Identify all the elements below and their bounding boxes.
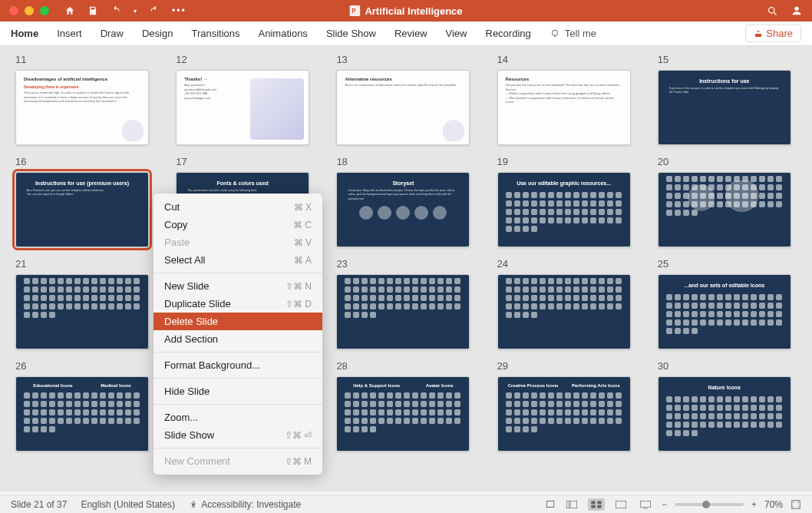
tell-me-label: Tell me (565, 28, 596, 39)
reading-view-button[interactable] (612, 498, 629, 511)
slide-cell-28[interactable]: 28Help & Support IconsAvatar Icons (336, 360, 475, 452)
menu-item-new-slide[interactable]: New Slide⇧⌘ N (153, 277, 322, 295)
menu-shortcut: ⇧⌘ ⏎ (285, 430, 312, 441)
slide-thumbnail-24[interactable] (497, 274, 631, 349)
undo-icon[interactable] (111, 5, 121, 16)
slide-thumbnail-28[interactable]: Help & Support IconsAvatar Icons (336, 376, 470, 452)
tab-design[interactable]: Design (142, 25, 173, 42)
menu-item-copy[interactable]: Copy⌘ C (153, 216, 322, 233)
menu-item-cut[interactable]: Cut⌘ X (153, 198, 322, 216)
language-indicator[interactable]: English (United States) (81, 499, 175, 510)
slide-sorter[interactable]: 11Disadvantages of artificial intelligen… (0, 46, 812, 491)
slide-number: 28 (336, 360, 475, 372)
slide-thumbnail-11[interactable]: Disadvantages of artificial intelligence… (15, 70, 149, 145)
slide-cell-26[interactable]: 26Educational IconsMedical Icons (15, 360, 154, 452)
menu-item-label: Copy (164, 219, 187, 230)
tab-recording[interactable]: Recording (486, 25, 531, 42)
zoom-in-button[interactable]: + (751, 499, 757, 510)
slide-thumbnail-30[interactable]: Nature Icons (658, 376, 791, 452)
minimize-window-button[interactable] (25, 6, 34, 15)
slide-cell-14[interactable]: 14ResourcesDid you like the resources on… (497, 54, 636, 145)
maximize-window-button[interactable] (40, 6, 49, 15)
menu-separator (153, 404, 322, 405)
menu-item-add-section[interactable]: Add Section (153, 330, 322, 348)
slide-cell-20[interactable]: 20 (658, 156, 797, 247)
fit-to-window-button[interactable] (791, 499, 801, 510)
slide-cell-21[interactable]: 21 (15, 258, 154, 349)
slide-cell-12[interactable]: 12Thanks! →Any questions?youremail@freep… (176, 54, 315, 145)
menu-item-select-all[interactable]: Select All⌘ A (153, 251, 322, 269)
tab-transitions[interactable]: Transitions (191, 25, 239, 42)
menu-item-zoom[interactable]: Zoom... (153, 409, 322, 426)
slide-cell-15[interactable]: 15Instructions for useIf you have a free… (658, 54, 797, 145)
tab-home[interactable]: Home (11, 25, 38, 42)
slide-cell-19[interactable]: 19Use our editable graphic resources... (497, 156, 636, 247)
slide-cell-23[interactable]: 23 (336, 258, 475, 349)
slide-thumbnail-25[interactable]: ...and our sets of editable icons (658, 274, 791, 349)
slide-cell-16[interactable]: 16Instructions for use (premium users)As… (15, 156, 154, 247)
menu-shortcut: ⇧⌘ M (285, 456, 312, 467)
menu-shortcut: ⇧⌘ N (286, 281, 312, 292)
sorter-view-button[interactable] (588, 498, 605, 511)
slide-cell-13[interactable]: 13Alternative resourcesHere's an assortm… (336, 54, 475, 145)
close-window-button[interactable] (9, 6, 18, 15)
slideshow-view-button[interactable] (637, 498, 654, 511)
slide-cell-24[interactable]: 24 (497, 258, 636, 349)
slide-counter[interactable]: Slide 21 of 37 (11, 499, 67, 510)
slide-thumbnail-13[interactable]: Alternative resourcesHere's an assortmen… (336, 70, 470, 145)
menu-shortcut: ⇧⌘ D (286, 299, 312, 309)
slide-thumbnail-26[interactable]: Educational IconsMedical Icons (15, 376, 149, 452)
home-icon[interactable] (64, 5, 75, 16)
zoom-level[interactable]: 70% (764, 499, 783, 510)
redo-icon[interactable] (149, 5, 160, 16)
share-button[interactable]: Share (745, 25, 801, 42)
zoom-out-button[interactable]: − (662, 499, 667, 510)
tab-review[interactable]: Review (394, 25, 427, 42)
slide-cell-29[interactable]: 29Creative Process IconsPerforming Arts … (497, 360, 636, 452)
menu-item-slide-show[interactable]: Slide Show⇧⌘ ⏎ (153, 426, 322, 444)
slide-thumbnail-20[interactable] (658, 172, 791, 247)
slide-cell-11[interactable]: 11Disadvantages of artificial intelligen… (15, 54, 154, 145)
slide-number: 19 (497, 156, 636, 167)
slide-thumbnail-29[interactable]: Creative Process IconsPerforming Arts Ic… (497, 376, 631, 452)
notes-icon[interactable] (545, 499, 556, 510)
slide-thumbnail-14[interactable]: ResourcesDid you like the resources on t… (497, 70, 631, 145)
slide-cell-25[interactable]: 25...and our sets of editable icons (658, 258, 797, 349)
menu-item-delete-slide[interactable]: Delete Slide (153, 313, 322, 330)
account-icon[interactable] (791, 5, 803, 17)
slide-number: 18 (336, 156, 475, 167)
zoom-slider[interactable] (675, 503, 744, 506)
zoom-thumb[interactable] (702, 501, 710, 508)
menu-item-label: Cut (164, 201, 180, 213)
slide-thumbnail-15[interactable]: Instructions for useIf you have a free a… (658, 70, 791, 145)
menu-item-duplicate-slide[interactable]: Duplicate Slide⇧⌘ D (153, 295, 322, 313)
slide-thumbnail-23[interactable] (336, 274, 470, 349)
accessibility-checker[interactable]: Accessibility: Investigate (189, 499, 301, 510)
menu-item-label: Zoom... (164, 412, 198, 423)
svg-point-5 (552, 30, 557, 35)
slide-cell-18[interactable]: 18StorysetCreate your Story with our ill… (336, 156, 475, 247)
tab-slide-show[interactable]: Slide Show (326, 25, 376, 42)
svg-point-7 (193, 501, 194, 502)
slide-thumbnail-18[interactable]: StorysetCreate your Story with our illus… (336, 172, 470, 247)
slide-thumbnail-12[interactable]: Thanks! →Any questions?youremail@freepik… (176, 70, 309, 145)
slide-thumbnail-21[interactable] (15, 274, 149, 349)
save-icon[interactable] (87, 5, 98, 16)
undo-dropdown-icon[interactable]: ▾ (134, 8, 137, 15)
menu-item-format-background[interactable]: Format Background... (153, 356, 322, 374)
slide-thumbnail-16[interactable]: Instructions for use (premium users)As a… (15, 172, 149, 247)
slide-number: 17 (176, 156, 315, 167)
tab-view[interactable]: View (446, 25, 467, 42)
more-icon[interactable]: ••• (172, 5, 186, 16)
slide-cell-30[interactable]: 30Nature Icons (658, 360, 797, 452)
search-icon[interactable] (767, 5, 778, 17)
menu-item-hide-slide[interactable]: Hide Slide (153, 382, 322, 400)
svg-rect-8 (546, 501, 553, 507)
slide-thumbnail-19[interactable]: Use our editable graphic resources... (497, 172, 631, 247)
share-icon (754, 29, 763, 38)
tell-me[interactable]: Tell me (550, 28, 596, 39)
tab-insert[interactable]: Insert (57, 25, 82, 42)
tab-animations[interactable]: Animations (259, 25, 308, 42)
tab-draw[interactable]: Draw (101, 25, 124, 42)
normal-view-button[interactable] (563, 498, 580, 511)
